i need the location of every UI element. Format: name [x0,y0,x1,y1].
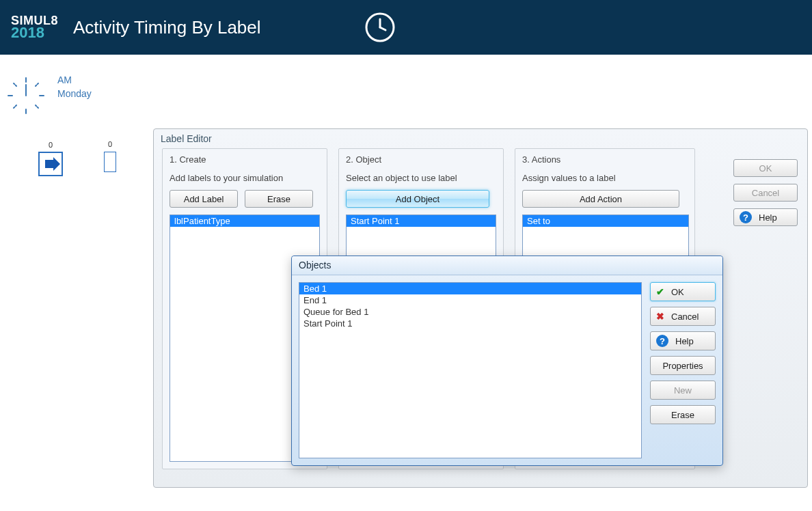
objects-new-button[interactable]: New [650,381,716,400]
list-item[interactable]: Start Point 1 [347,215,496,227]
panel-actions-subtext: Assign values to a label [522,173,688,183]
list-item[interactable]: Start Point 1 [299,318,641,329]
add-action-button[interactable]: Add Action [522,190,679,208]
objects-dialog: Objects Bed 1 End 1 Queue for Bed 1 Star… [291,255,723,466]
help-icon: ? [740,211,752,223]
add-label-button[interactable]: Add Label [170,190,238,208]
objects-help-button[interactable]: ? Help [650,331,716,350]
objects-dialog-buttons: ✔ OK ✖ Cancel ? Help Properties New Eras… [650,282,716,458]
x-icon: ✖ [656,311,664,322]
list-item[interactable]: Bed 1 [299,283,641,294]
svg-line-9 [14,105,16,108]
panel-object-heading: 2. Object [346,154,496,165]
cancel-button-label: Cancel [671,312,699,322]
svg-line-8 [36,83,38,86]
page-title: Activity Timing By Label [73,17,261,38]
queue-object[interactable]: 0 [104,152,116,172]
objects-ok-button[interactable]: ✔ OK [650,282,716,301]
sim-clock-text: AM Monday [57,74,92,100]
erase-label-button[interactable]: Erase [245,190,313,208]
panel-actions-heading: 3. Actions [522,154,688,165]
objects-erase-button[interactable]: Erase [650,405,716,424]
clock-icon [364,11,396,44]
sim-period: AM [57,74,92,87]
svg-line-2 [380,27,385,30]
sim-day: Monday [57,87,92,101]
sim-clock-icon [5,75,46,116]
queue-count: 0 [108,140,112,148]
help-icon: ? [656,335,668,347]
label-editor-side-buttons: OK Cancel ? Help [733,159,798,226]
list-item[interactable]: lblPatientType [170,215,319,227]
label-editor-help-button[interactable]: ? Help [733,208,798,226]
label-editor-ok-button[interactable]: OK [733,159,798,177]
list-item[interactable]: End 1 [299,294,641,306]
panel-create-subtext: Add labels to your simulation [170,173,320,183]
help-button-label: Help [759,212,777,223]
list-item[interactable]: Set to [523,215,688,227]
objects-cancel-button[interactable]: ✖ Cancel [650,307,716,326]
list-item[interactable]: Queue for Bed 1 [299,306,641,318]
check-icon: ✔ [656,286,664,297]
svg-line-10 [36,105,38,108]
ok-button-label: OK [671,287,684,297]
help-button-label: Help [675,336,694,346]
label-editor-cancel-button[interactable]: Cancel [733,184,798,202]
startpoint-count: 0 [49,141,53,149]
startpoint-object[interactable]: 0 [38,152,63,176]
objects-properties-button[interactable]: Properties [650,356,716,375]
sim-canvas: 0 0 [38,152,116,176]
svg-line-7 [14,83,16,86]
label-editor-title: Label Editor [154,129,807,148]
add-object-button[interactable]: Add Object [346,190,489,208]
arrow-right-icon [40,153,62,175]
app-header: SIMUL8 2018 Activity Timing By Label [0,0,812,55]
objects-dialog-listbox[interactable]: Bed 1 End 1 Queue for Bed 1 Start Point … [299,282,642,458]
panel-create-heading: 1. Create [170,154,320,165]
panel-object-subtext: Select an object to use label [346,173,496,183]
objects-dialog-title: Objects [292,256,722,275]
app-logo: SIMUL8 2018 [11,14,58,40]
brand-year: 2018 [11,25,44,40]
